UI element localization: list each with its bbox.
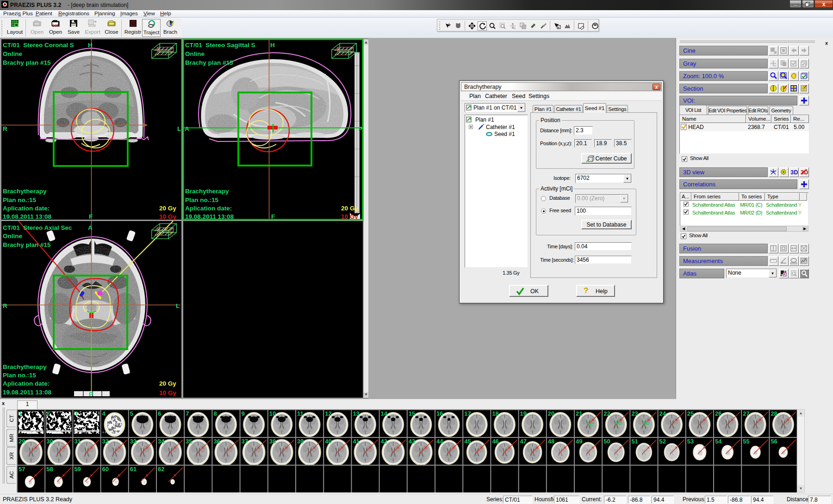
svg-text:P: P — [358, 125, 362, 132]
svg-text:10 Gy: 10 Gy — [159, 213, 176, 220]
svg-text:50: 50 — [603, 438, 610, 445]
svg-text:59: 59 — [74, 466, 81, 473]
svg-text:AC: AC — [615, 421, 621, 426]
svg-text:48: 48 — [548, 438, 554, 445]
svg-text:19: 19 — [520, 410, 527, 417]
svg-text:w: w — [773, 64, 777, 67]
svg-text:27: 27 — [743, 410, 749, 417]
svg-text:3D: 3D — [801, 169, 808, 176]
svg-text:20 Gy: 20 Gy — [159, 205, 176, 212]
svg-text:7: 7 — [186, 410, 189, 417]
svg-text:5: 5 — [130, 410, 133, 417]
svg-text:32: 32 — [102, 438, 109, 445]
svg-text:Brachy plan #15: Brachy plan #15 — [3, 241, 51, 248]
svg-text:25: 25 — [687, 410, 694, 417]
svg-text:20: 20 — [548, 410, 554, 417]
svg-text:51: 51 — [631, 438, 638, 445]
svg-text:17: 17 — [464, 410, 471, 417]
svg-text:57: 57 — [19, 466, 25, 473]
svg-text:Brachytherapy: Brachytherapy — [185, 188, 229, 195]
svg-text:AC: AC — [642, 421, 649, 426]
svg-text:39: 39 — [297, 438, 304, 445]
svg-text:DCM: DCM — [52, 24, 60, 27]
svg-text:H: H — [88, 42, 93, 49]
svg-text:3D: 3D — [790, 169, 798, 176]
svg-text:33: 33 — [130, 438, 137, 445]
svg-text:47: 47 — [520, 438, 527, 445]
svg-text:L: L — [176, 302, 180, 309]
svg-text:3: 3 — [74, 410, 77, 417]
svg-text:4 8 6 A S: 4 8 6 A S — [19, 431, 30, 434]
svg-text:61: 61 — [130, 466, 137, 473]
svg-text:Online: Online — [3, 50, 22, 57]
svg-text:31: 31 — [74, 438, 81, 445]
svg-text:Aplication date:: Aplication date: — [3, 205, 50, 212]
svg-text:10 Gy: 10 Gy — [159, 389, 176, 396]
svg-text:29: 29 — [19, 438, 25, 445]
svg-text:18: 18 — [492, 410, 498, 417]
svg-text:Plan no.:15: Plan no.:15 — [185, 197, 219, 203]
svg-text:40: 40 — [325, 438, 331, 445]
svg-text:Brachytherapy: Brachytherapy — [3, 363, 47, 370]
svg-text:44: 44 — [436, 438, 443, 445]
svg-text:R: R — [3, 302, 7, 309]
svg-text:53: 53 — [687, 438, 694, 445]
svg-text:56: 56 — [771, 438, 777, 445]
svg-text:DCM: DCM — [88, 24, 96, 27]
svg-text:49: 49 — [576, 438, 582, 445]
svg-text:9: 9 — [242, 410, 245, 417]
svg-text:PC: PC — [587, 422, 593, 427]
svg-text:24: 24 — [659, 410, 666, 417]
svg-text:Brachy plan #15: Brachy plan #15 — [3, 59, 51, 66]
svg-text:Plan no.:15: Plan no.:15 — [3, 372, 37, 379]
svg-text:26: 26 — [715, 410, 721, 417]
svg-text:58: 58 — [46, 466, 53, 473]
svg-text:12: 12 — [325, 410, 331, 417]
svg-text:62: 62 — [158, 466, 164, 473]
svg-text:52: 52 — [659, 438, 666, 445]
svg-text:Plan no.:15: Plan no.:15 — [3, 197, 37, 203]
svg-text:16: 16 — [436, 410, 443, 417]
svg-text:A: A — [185, 125, 189, 132]
svg-text:Aplication date:: Aplication date: — [185, 205, 232, 212]
svg-text:4 8 6 A S: 4 8 6 A S — [75, 431, 86, 434]
svg-text:R: R — [3, 125, 7, 132]
svg-text:35: 35 — [186, 438, 192, 445]
svg-text:28: 28 — [771, 410, 777, 417]
svg-text:19.08.2011 13:08: 19.08.2011 13:08 — [3, 213, 52, 220]
svg-text:37: 37 — [242, 438, 248, 445]
svg-text:F: F — [89, 213, 93, 220]
svg-text:34: 34 — [158, 438, 165, 445]
svg-text:4 8 6 A S: 4 8 6 A S — [103, 431, 114, 434]
svg-text:20 Gy: 20 Gy — [341, 205, 358, 212]
svg-text:46: 46 — [492, 438, 498, 445]
svg-text:22: 22 — [603, 410, 610, 417]
svg-text:36: 36 — [213, 438, 220, 445]
svg-text:10: 10 — [269, 410, 276, 417]
svg-text:6: 6 — [158, 410, 161, 417]
svg-text:CT/01 Stereo Sagittal S: CT/01 Stereo Sagittal S — [185, 42, 255, 49]
svg-text:Brachy plan #15: Brachy plan #15 — [185, 59, 233, 66]
svg-text:43: 43 — [409, 438, 415, 445]
svg-text:P: P — [89, 391, 93, 398]
svg-text:8: 8 — [213, 410, 217, 417]
svg-text:19.08.2011 13:08: 19.08.2011 13:08 — [3, 389, 52, 396]
svg-text:Online: Online — [3, 233, 22, 240]
svg-text:Online: Online — [185, 50, 205, 57]
svg-text:42: 42 — [381, 438, 387, 445]
svg-text:4 8 6 A S: 4 8 6 A S — [47, 431, 58, 434]
svg-text:55: 55 — [743, 438, 749, 445]
svg-text:11: 11 — [297, 410, 304, 417]
svg-text:13: 13 — [353, 410, 359, 417]
svg-text:54: 54 — [715, 438, 722, 445]
svg-text:20 Gy: 20 Gy — [159, 380, 176, 387]
svg-text:L: L — [177, 125, 181, 132]
svg-text:14: 14 — [381, 410, 388, 417]
svg-text:15: 15 — [409, 410, 415, 417]
svg-text:CT/01 Stereo Coronal S: CT/01 Stereo Coronal S — [3, 42, 74, 49]
svg-text:w: w — [513, 26, 516, 30]
svg-text:CT/01 Stereo Axial Sec: CT/01 Stereo Axial Sec — [3, 224, 72, 231]
svg-text:4: 4 — [102, 410, 106, 417]
svg-text:30: 30 — [46, 438, 53, 445]
svg-text:A: A — [88, 224, 93, 231]
